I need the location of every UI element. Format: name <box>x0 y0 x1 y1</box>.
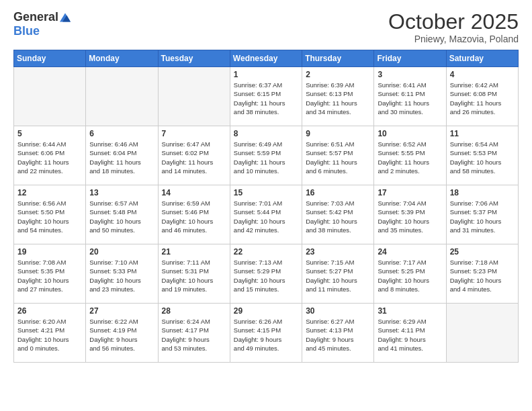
logo-blue-text: Blue <box>13 24 40 38</box>
day-number: 16 <box>306 188 370 197</box>
calendar-cell: 31Sunrise: 6:29 AM Sunset: 4:11 PM Dayli… <box>374 304 446 363</box>
day-number: 19 <box>17 247 82 257</box>
calendar-cell: 1Sunrise: 6:37 AM Sunset: 6:15 PM Daylig… <box>230 67 302 126</box>
day-number: 28 <box>162 306 226 316</box>
header-tuesday: Tuesday <box>158 50 230 67</box>
month-title: October 2025 <box>388 10 519 34</box>
calendar-cell: 19Sunrise: 7:08 AM Sunset: 5:35 PM Dayli… <box>14 244 86 304</box>
calendar-cell: 5Sunrise: 6:44 AM Sunset: 6:06 PM Daylig… <box>14 126 86 185</box>
day-number: 14 <box>162 188 226 197</box>
calendar-cell: 6Sunrise: 6:46 AM Sunset: 6:04 PM Daylig… <box>86 126 158 185</box>
calendar-cell: 26Sunrise: 6:20 AM Sunset: 4:21 PM Dayli… <box>14 304 86 363</box>
week-row-5: 26Sunrise: 6:20 AM Sunset: 4:21 PM Dayli… <box>14 304 519 363</box>
week-row-3: 12Sunrise: 6:56 AM Sunset: 5:50 PM Dayli… <box>14 185 519 244</box>
calendar-cell: 20Sunrise: 7:10 AM Sunset: 5:33 PM Dayli… <box>86 244 158 304</box>
calendar-cell: 29Sunrise: 6:26 AM Sunset: 4:15 PM Dayli… <box>230 304 302 363</box>
day-number: 13 <box>89 188 154 197</box>
logo-general: General <box>13 10 58 24</box>
calendar-cell: 2Sunrise: 6:39 AM Sunset: 6:13 PM Daylig… <box>302 67 374 126</box>
day-info: Sunrise: 6:52 AM Sunset: 5:55 PM Dayligh… <box>378 140 442 175</box>
calendar-cell: 11Sunrise: 6:54 AM Sunset: 5:53 PM Dayli… <box>446 126 518 185</box>
day-number: 9 <box>306 129 370 138</box>
day-info: Sunrise: 6:49 AM Sunset: 5:59 PM Dayligh… <box>234 140 298 175</box>
day-number: 20 <box>89 247 154 257</box>
calendar-cell: 21Sunrise: 7:11 AM Sunset: 5:31 PM Dayli… <box>158 244 230 304</box>
day-info: Sunrise: 6:24 AM Sunset: 4:17 PM Dayligh… <box>162 317 226 353</box>
calendar-cell: 24Sunrise: 7:17 AM Sunset: 5:25 PM Dayli… <box>374 244 446 304</box>
day-number: 29 <box>234 306 298 316</box>
day-info: Sunrise: 7:17 AM Sunset: 5:25 PM Dayligh… <box>378 258 442 293</box>
logo-icon <box>60 12 71 23</box>
calendar-cell <box>14 67 86 126</box>
header-saturday: Saturday <box>446 50 518 67</box>
day-info: Sunrise: 7:06 AM Sunset: 5:37 PM Dayligh… <box>450 199 515 234</box>
day-info: Sunrise: 6:39 AM Sunset: 6:13 PM Dayligh… <box>306 81 370 116</box>
calendar-cell: 10Sunrise: 6:52 AM Sunset: 5:55 PM Dayli… <box>374 126 446 185</box>
calendar-cell: 9Sunrise: 6:51 AM Sunset: 5:57 PM Daylig… <box>302 126 374 185</box>
day-info: Sunrise: 6:59 AM Sunset: 5:46 PM Dayligh… <box>162 199 226 234</box>
title-block: October 2025 Pniewy, Mazovia, Poland <box>388 10 519 44</box>
day-number: 7 <box>162 129 226 138</box>
day-number: 27 <box>89 306 154 316</box>
day-number: 17 <box>378 188 442 197</box>
day-number: 8 <box>234 129 298 138</box>
calendar-cell: 22Sunrise: 7:13 AM Sunset: 5:29 PM Dayli… <box>230 244 302 304</box>
day-number: 11 <box>450 129 515 138</box>
calendar-cell <box>86 67 158 126</box>
calendar-cell <box>446 304 518 363</box>
calendar-cell: 30Sunrise: 6:27 AM Sunset: 4:13 PM Dayli… <box>302 304 374 363</box>
header-thursday: Thursday <box>302 50 374 67</box>
calendar-cell: 12Sunrise: 6:56 AM Sunset: 5:50 PM Dayli… <box>14 185 86 244</box>
day-info: Sunrise: 6:29 AM Sunset: 4:11 PM Dayligh… <box>378 317 442 353</box>
calendar-cell: 15Sunrise: 7:01 AM Sunset: 5:44 PM Dayli… <box>230 185 302 244</box>
day-number: 18 <box>450 188 515 197</box>
day-info: Sunrise: 7:08 AM Sunset: 5:35 PM Dayligh… <box>17 258 82 293</box>
day-number: 12 <box>17 188 82 197</box>
day-number: 26 <box>17 306 82 316</box>
day-info: Sunrise: 6:27 AM Sunset: 4:13 PM Dayligh… <box>306 317 370 353</box>
page: General Blue October 2025 Pniewy, Mazovi… <box>0 0 532 411</box>
logo: General Blue <box>13 10 71 38</box>
day-info: Sunrise: 6:47 AM Sunset: 6:02 PM Dayligh… <box>162 140 226 175</box>
calendar-cell: 27Sunrise: 6:22 AM Sunset: 4:19 PM Dayli… <box>86 304 158 363</box>
calendar-cell: 13Sunrise: 6:57 AM Sunset: 5:48 PM Dayli… <box>86 185 158 244</box>
calendar-cell: 25Sunrise: 7:18 AM Sunset: 5:23 PM Dayli… <box>446 244 518 304</box>
calendar-cell: 17Sunrise: 7:04 AM Sunset: 5:39 PM Dayli… <box>374 185 446 244</box>
day-number: 4 <box>450 70 515 79</box>
day-info: Sunrise: 7:01 AM Sunset: 5:44 PM Dayligh… <box>234 199 298 234</box>
day-info: Sunrise: 6:20 AM Sunset: 4:21 PM Dayligh… <box>17 317 82 353</box>
day-number: 24 <box>378 247 442 257</box>
calendar-cell: 23Sunrise: 7:15 AM Sunset: 5:27 PM Dayli… <box>302 244 374 304</box>
day-info: Sunrise: 6:56 AM Sunset: 5:50 PM Dayligh… <box>17 199 82 234</box>
day-number: 3 <box>378 70 442 79</box>
days-header-row: Sunday Monday Tuesday Wednesday Thursday… <box>14 50 519 67</box>
day-number: 15 <box>234 188 298 197</box>
day-info: Sunrise: 7:18 AM Sunset: 5:23 PM Dayligh… <box>450 258 515 293</box>
calendar-table: Sunday Monday Tuesday Wednesday Thursday… <box>13 50 519 363</box>
calendar-cell: 8Sunrise: 6:49 AM Sunset: 5:59 PM Daylig… <box>230 126 302 185</box>
day-info: Sunrise: 6:51 AM Sunset: 5:57 PM Dayligh… <box>306 140 370 175</box>
day-info: Sunrise: 6:46 AM Sunset: 6:04 PM Dayligh… <box>89 140 154 175</box>
day-info: Sunrise: 6:54 AM Sunset: 5:53 PM Dayligh… <box>450 140 515 175</box>
calendar-cell: 3Sunrise: 6:41 AM Sunset: 6:11 PM Daylig… <box>374 67 446 126</box>
day-info: Sunrise: 6:44 AM Sunset: 6:06 PM Dayligh… <box>17 140 82 175</box>
day-info: Sunrise: 6:26 AM Sunset: 4:15 PM Dayligh… <box>234 317 298 353</box>
day-number: 21 <box>162 247 226 257</box>
header-monday: Monday <box>86 50 158 67</box>
day-info: Sunrise: 7:03 AM Sunset: 5:42 PM Dayligh… <box>306 199 370 234</box>
calendar-cell: 4Sunrise: 6:42 AM Sunset: 6:08 PM Daylig… <box>446 67 518 126</box>
day-info: Sunrise: 7:11 AM Sunset: 5:31 PM Dayligh… <box>162 258 226 293</box>
day-info: Sunrise: 6:22 AM Sunset: 4:19 PM Dayligh… <box>89 317 154 353</box>
day-number: 5 <box>17 129 82 138</box>
calendar-cell <box>158 67 230 126</box>
day-number: 22 <box>234 247 298 257</box>
day-number: 10 <box>378 129 442 138</box>
calendar-cell: 14Sunrise: 6:59 AM Sunset: 5:46 PM Dayli… <box>158 185 230 244</box>
week-row-2: 5Sunrise: 6:44 AM Sunset: 6:06 PM Daylig… <box>14 126 519 185</box>
header-friday: Friday <box>374 50 446 67</box>
calendar-cell: 16Sunrise: 7:03 AM Sunset: 5:42 PM Dayli… <box>302 185 374 244</box>
day-info: Sunrise: 6:37 AM Sunset: 6:15 PM Dayligh… <box>234 81 298 116</box>
day-number: 2 <box>306 70 370 79</box>
day-number: 1 <box>234 70 298 79</box>
logo-text: General <box>13 10 71 24</box>
